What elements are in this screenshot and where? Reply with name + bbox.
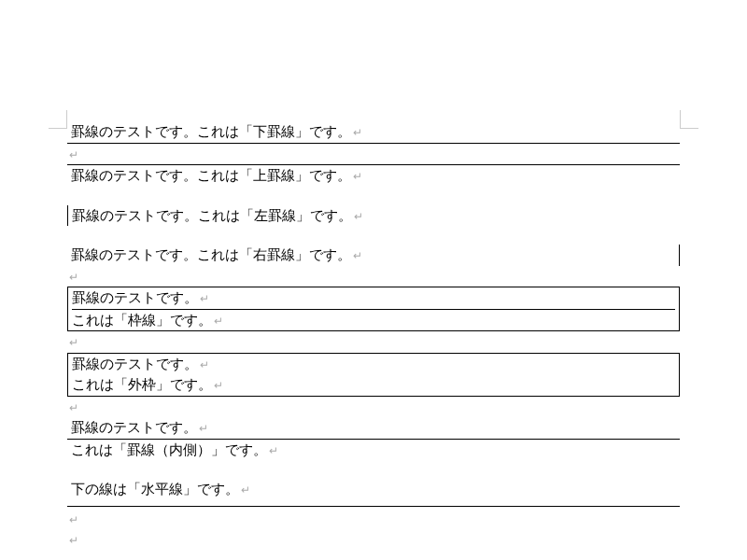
margin-corner-top-left [49,110,67,129]
paragraph-outer-box: 罫線のテストです。 これは「外枠」です。 [67,353,680,397]
text-line: 罫線のテストです。これは「上罫線」です。 [67,168,362,183]
paragraph-bottom-border: 罫線のテストです。これは「下罫線」です。 [67,121,680,144]
blank-line [67,226,680,245]
blank-line [67,331,680,353]
document-page: 罫線のテストです。これは「下罫線」です。 罫線のテストです。これは「上罫線」です… [0,0,747,560]
blank-line [67,266,680,287]
text-line: 罫線のテストです。これは「下罫線」です。 [67,124,362,139]
document-content: 罫線のテストです。これは「下罫線」です。 罫線のテストです。これは「上罫線」です… [0,121,747,551]
horizontal-rule [67,506,680,507]
paragraph-hr-label: 下の線は「水平線」です。 [67,479,680,500]
blank-line [67,529,680,551]
blank-line [67,509,680,530]
margin-corner-top-right [680,110,698,129]
paragraph-mark [67,269,78,284]
paragraph-mark [67,399,78,414]
paragraph-mark [67,511,78,526]
blank-line [67,187,680,205]
text-line: 罫線のテストです。 [67,420,208,435]
paragraph-mark [67,532,78,547]
paragraph-inner-border-a: 罫線のテストです。 [67,417,680,440]
text-line: 罫線のテストです。これは「左罫線」です。 [72,208,363,223]
paragraph-full-box: 罫線のテストです。 これは「枠線」です。 [67,287,680,331]
paragraph-mark [67,147,78,161]
blank-line [67,144,680,165]
paragraph-top-border: 罫線のテストです。これは「上罫線」です。 [67,164,680,187]
paragraph-left-border: 罫線のテストです。これは「左罫線」です。 [67,205,680,227]
paragraph-right-border: 罫線のテストです。これは「右罫線」です。 [67,245,680,266]
text-line: これは「罫線（内側）」です。 [67,442,278,457]
text-line: 罫線のテストです。 [72,290,209,305]
text-line: 罫線のテストです。これは「右罫線」です。 [71,247,362,262]
blank-line [67,460,680,479]
text-line: これは「外枠」です。 [72,377,223,392]
text-line: 罫線のテストです。 [72,357,209,371]
paragraph-inner-border-b: これは「罫線（内側）」です。 [67,440,680,461]
text-line: これは「枠線」です。 [72,313,223,328]
text-line: 下の線は「水平線」です。 [67,482,250,497]
paragraph-mark [67,334,78,349]
blank-line [67,397,680,418]
